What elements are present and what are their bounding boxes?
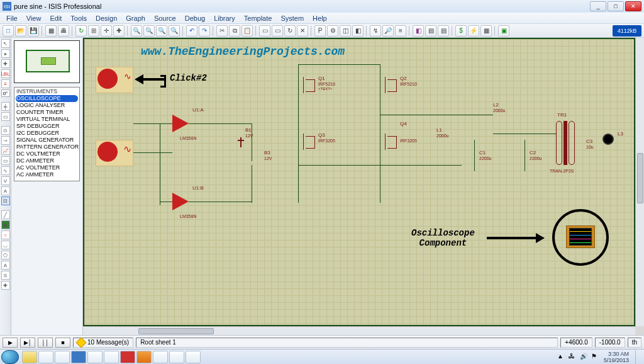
rotation-field[interactable]: 0° — [1, 89, 10, 97]
mosfet-q3[interactable] — [302, 134, 316, 150]
taskbar-explorer-icon[interactable] — [22, 351, 37, 363]
print-area-button[interactable]: ▦ — [45, 25, 57, 37]
bus-tool[interactable]: ╪ — [1, 102, 10, 111]
design-explorer-button[interactable]: ◧ — [413, 25, 424, 37]
instrument-ac-ammeter[interactable]: AC AMMETER — [16, 171, 78, 178]
crosshair-button[interactable]: ✚ — [113, 25, 125, 37]
overview-window[interactable] — [14, 40, 80, 83]
menu-help[interactable]: Help — [309, 14, 331, 22]
taskbar-paint-icon[interactable] — [186, 351, 201, 363]
instrument-ac-voltmeter[interactable]: AC VOLTMETER — [16, 164, 78, 171]
block-delete-button[interactable]: ✕ — [297, 25, 308, 37]
marker-tool[interactable]: ✚ — [1, 281, 10, 290]
origin-button[interactable]: ✛ — [101, 25, 112, 37]
remove-sheet-button[interactable]: ▤ — [438, 25, 449, 37]
tray-flag-icon[interactable]: ⚑ — [591, 353, 600, 361]
instrument-dc-ammeter[interactable]: DC AMMETER — [16, 157, 78, 164]
print-button[interactable]: 🖶 — [58, 25, 69, 37]
signal-generator-placed[interactable]: ∿ — [96, 140, 133, 166]
subcircuit-tool[interactable]: ▭ — [1, 112, 10, 121]
menu-design[interactable]: Design — [92, 14, 121, 22]
generator-tool[interactable]: ∿ — [1, 166, 10, 175]
tray-volume-icon[interactable]: 🔊 — [580, 353, 589, 361]
block-copy-button[interactable]: ▭ — [259, 25, 270, 37]
wire-autorouter-button[interactable]: ↯ — [370, 25, 381, 37]
show-desktop-button[interactable] — [635, 350, 640, 364]
menu-debug[interactable]: Debug — [181, 14, 209, 22]
pick-button[interactable]: P — [314, 25, 326, 37]
grid-button[interactable]: ⊞ — [88, 25, 99, 37]
instrument-oscilloscope[interactable]: OSCILLOSCOPE — [16, 95, 78, 102]
ares-button[interactable]: ▣ — [498, 25, 509, 37]
new-button[interactable]: □ — [3, 25, 14, 37]
opamp-u1a[interactable] — [172, 115, 189, 132]
tray-up-icon[interactable]: ▲ — [557, 353, 566, 361]
play-button[interactable]: ▶ — [3, 338, 18, 348]
instrument-virtual-terminal[interactable]: VIRTUAL TERMINAL — [16, 116, 78, 123]
menu-view[interactable]: View — [23, 14, 45, 22]
instrument-i2c-debugger[interactable]: I2C DEBUGGER — [16, 130, 78, 137]
arc-2d-tool[interactable]: ◡ — [1, 241, 10, 249]
taskbar-proteus-icon[interactable] — [71, 351, 86, 363]
wire-label-tool[interactable]: LBL — [1, 69, 10, 78]
menu-graph[interactable]: Graph — [122, 14, 149, 22]
voltage-probe-tool[interactable]: V — [1, 176, 10, 185]
text-2d-tool[interactable]: A — [1, 261, 10, 270]
circle-2d-tool[interactable]: ○ — [1, 230, 10, 239]
transformer-tr1[interactable] — [556, 121, 575, 165]
paste-button[interactable]: 📋 — [242, 25, 253, 37]
taskbar-app1-icon[interactable] — [87, 351, 103, 363]
zoom-in-button[interactable]: 🔍 — [131, 25, 142, 37]
component-tool[interactable]: ▸ — [1, 49, 10, 58]
menu-source[interactable]: Source — [150, 14, 180, 22]
copy-button[interactable]: ⧉ — [229, 25, 240, 37]
property-button[interactable]: ≡ — [395, 25, 406, 37]
messages-status[interactable]: 10 Message(s) — [73, 338, 133, 348]
stop-button[interactable]: ■ — [55, 338, 70, 348]
oscilloscope-placed-1[interactable]: ∿ — [96, 67, 133, 93]
junction-tool[interactable]: ✚ — [1, 59, 10, 68]
schematic-canvas[interactable]: www.TheEngineeringProjects.com ∿ Click#2… — [83, 38, 635, 326]
instrument-dc-voltmeter[interactable]: DC VOLTMETER — [16, 151, 78, 157]
pause-button[interactable]: ││ — [38, 338, 53, 348]
instrument-pattern-generator[interactable]: PATTERN GENERATOR — [16, 144, 78, 151]
menu-library[interactable]: Library — [210, 14, 239, 22]
menu-edit[interactable]: Edit — [46, 14, 65, 22]
opamp-u1b[interactable] — [172, 193, 189, 210]
path-2d-tool[interactable]: ⬠ — [1, 251, 10, 259]
clock[interactable]: 3:30 AM 5/19/2013 — [604, 351, 629, 363]
step-button[interactable]: ▶│ — [20, 338, 35, 348]
vertical-scrollbar[interactable] — [635, 38, 644, 326]
taskbar-app3-icon[interactable] — [169, 351, 184, 363]
netlist-button[interactable]: ▦ — [480, 25, 492, 37]
erc-button[interactable]: ⚡ — [468, 25, 479, 37]
taskbar-folder-icon[interactable] — [55, 351, 70, 363]
taskbar-idm-icon[interactable] — [153, 351, 168, 363]
zoom-all-button[interactable]: 🔍 — [156, 25, 167, 37]
new-sheet-button[interactable]: ▤ — [425, 25, 436, 37]
decompose-button[interactable]: ◧ — [352, 25, 364, 37]
packaging-button[interactable]: ◫ — [340, 25, 351, 37]
make-device-button[interactable]: ⚙ — [327, 25, 338, 37]
instrument-logic-analyser[interactable]: LOGIC ANALYSER — [16, 102, 78, 109]
virtual-instrument-tool[interactable]: ⊡ — [1, 196, 10, 205]
current-probe-tool[interactable]: A — [1, 186, 10, 195]
start-button[interactable] — [1, 350, 19, 364]
close-button[interactable]: ✕ — [625, 1, 641, 11]
text-script-tool[interactable]: ≡ — [1, 79, 10, 88]
box-2d-tool[interactable]: ■ — [1, 220, 10, 229]
oscilloscope-component[interactable] — [566, 225, 595, 248]
instrument-signal-generator[interactable]: SIGNAL GENERATOR — [16, 137, 78, 144]
horizontal-scrollbar[interactable] — [83, 326, 635, 335]
taskbar-vlc-icon[interactable] — [136, 351, 152, 363]
instrument-counter-timer[interactable]: COUNTER TIMER — [16, 109, 78, 116]
device-pin-tool[interactable]: ⊸ — [1, 136, 10, 145]
refresh-button[interactable]: ↻ — [75, 25, 87, 37]
zoom-area-button[interactable]: 🔍 — [169, 25, 180, 37]
zoom-out-button[interactable]: 🔍 — [143, 25, 155, 37]
block-move-button[interactable]: ▭ — [272, 25, 283, 37]
tape-tool[interactable]: ▭ — [1, 156, 10, 165]
menu-template[interactable]: Template — [240, 14, 276, 22]
open-button[interactable]: 📂 — [15, 25, 26, 37]
minimize-button[interactable]: _ — [590, 1, 606, 11]
